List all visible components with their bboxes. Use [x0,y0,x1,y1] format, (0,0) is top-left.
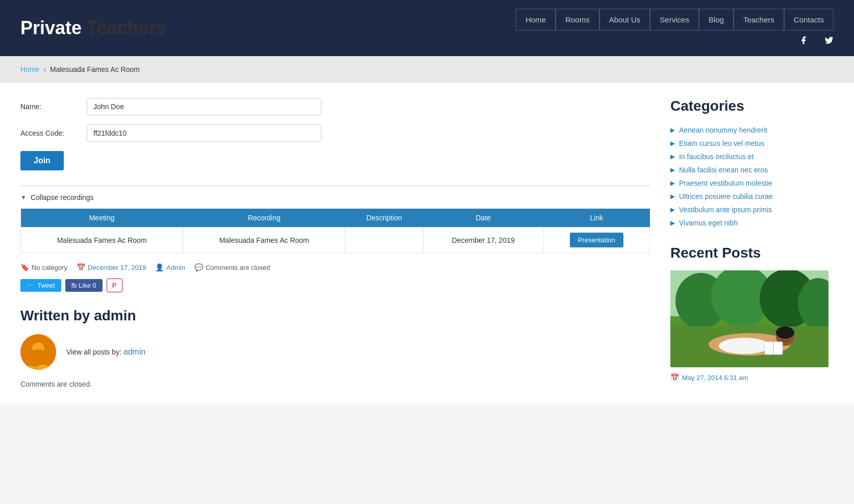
avatar-svg [20,334,56,370]
category-arrow-icon: ▶ [670,127,675,134]
list-item: ▶ Praesent vestibulum molestie [670,177,834,190]
category-link[interactable]: Ultrices posuere cubilia curae [679,192,773,200]
twitter-icon[interactable] [824,36,834,47]
breadcrumb-home-link[interactable]: Home [20,65,39,73]
list-item: ▶ Aenean nonummy hendrerit [670,123,834,137]
col-meeting: Meeting [21,209,183,228]
recent-calendar-icon: 📅 [670,373,679,382]
meta-date-text: December 17, 2019 [88,264,146,271]
pinterest-button[interactable]: P [107,279,122,292]
svg-point-0 [20,334,56,370]
access-code-label: Access Code: [20,129,87,137]
name-input[interactable] [87,98,321,115]
nav-rooms[interactable]: Rooms [556,9,599,31]
svg-point-2 [29,358,47,370]
recent-post-date-text: May 27, 2014 6:31 am [682,374,748,382]
tweet-button[interactable]: 🐦 Tweet [20,279,61,292]
recent-post-image [670,270,828,367]
comments-closed-bottom: Comments are closed. [20,380,650,388]
category-link[interactable]: In faucibus orciluctus et [679,153,753,161]
nav-services[interactable]: Services [650,9,699,31]
category-link[interactable]: Aenean nonummy hendrerit [679,126,767,134]
bookmark-icon: 🔖 [20,263,29,271]
table-row: Malesuada Fames Ac Room Malesuada Fames … [21,228,650,253]
name-label: Name: [20,103,87,111]
content-column: Name: Access Code: Join ▼ Collapse recor… [20,98,650,388]
category-link[interactable]: Vestibulum ante ipsum primis [679,206,772,214]
meta-author-text: Admin [166,264,185,271]
meta-category-text: No category [32,264,67,271]
category-link[interactable]: Vivamus eget nibh [679,219,738,227]
collapse-recordings-toggle[interactable]: ▼ Collapse recordings [20,193,650,201]
category-arrow-icon: ▶ [670,140,675,147]
calendar-icon: 📅 [77,263,85,271]
nav-contacts[interactable]: Contacts [784,9,834,31]
cell-meeting: Malesuada Fames Ac Room [21,228,183,253]
list-item: ▶ Nulla facilisi enean nec eros [670,163,834,177]
written-by-title: Written by admin [20,308,650,324]
list-item: ▶ Vestibulum ante ipsum primis [670,203,834,216]
header-right: Home Rooms About Us Services Blog Teache… [516,9,834,47]
table-body: Malesuada Fames Ac Room Malesuada Fames … [21,228,650,253]
breadcrumb-current-page: Malesuada Fames Ac Room [50,65,140,73]
col-date: Date [423,209,543,228]
svg-point-14 [719,338,770,354]
list-item: ▶ Ultrices posuere cubilia curae [670,190,834,203]
table-header-row: Meeting Recording Description Date Link [21,209,650,228]
cell-date: December 17, 2019 [423,228,543,253]
category-arrow-icon: ▶ [670,180,675,187]
col-description: Description [345,209,423,228]
categories-title: Categories [670,98,834,114]
sidebar: Categories ▶ Aenean nonummy hendrerit ▶ … [670,98,834,388]
author-row: View all posts by: admin [20,334,650,370]
nav-blog[interactable]: Blog [699,9,734,31]
list-item: ▶ Etiam cursus leo vel metus [670,137,834,150]
nav-home[interactable]: Home [516,9,556,31]
cell-recording: Malesuada Fames Ac Room [183,228,345,253]
list-item: ▶ In faucibus orciluctus et [670,150,834,163]
logo-accent: Teachers [87,17,166,38]
meta-author-item: 👤 Admin [155,263,185,271]
meta-comments-item: 💬 Comments are closed [194,263,270,271]
recent-post-date: 📅 May 27, 2014 6:31 am [670,373,834,382]
access-code-form-group: Access Code: [20,124,650,142]
cell-link: Presentation [543,228,649,253]
view-posts-link[interactable]: admin [123,347,146,356]
site-header: Private Teachers Home Rooms About Us Ser… [0,0,854,56]
breadcrumb-separator: › [43,65,46,73]
category-link[interactable]: Nulla facilisi enean nec eros [679,166,768,174]
table-head: Meeting Recording Description Date Link [21,209,650,228]
woman-reading-svg [670,270,828,367]
category-arrow-icon: ▶ [670,166,675,173]
presentation-button[interactable]: Presentation [570,233,623,247]
view-posts-container: View all posts by: admin [66,347,145,357]
collapse-arrow-icon: ▼ [20,194,27,201]
social-share-buttons: 🐦 Tweet fb Like 0 P [20,279,650,292]
nav-about[interactable]: About Us [599,9,650,31]
user-icon: 👤 [155,263,164,271]
main-content: Name: Access Code: Join ▼ Collapse recor… [0,83,854,404]
svg-point-1 [32,342,44,355]
svg-point-17 [776,326,794,339]
breadcrumb: Home › Malesuada Fames Ac Room [0,56,854,83]
join-button[interactable]: Join [20,151,64,170]
like-label: fb Like 0 [71,282,96,289]
logo-plain: Private [20,17,87,38]
facebook-like-button[interactable]: fb Like 0 [65,279,103,292]
col-recording: Recording [183,209,345,228]
category-link[interactable]: Etiam cursus leo vel metus [679,139,764,147]
nav-teachers[interactable]: Teachers [734,9,784,31]
name-form-group: Name: [20,98,650,115]
access-code-input[interactable] [87,124,321,142]
category-arrow-icon: ▶ [670,219,675,226]
view-posts-prefix: View all posts by: [66,348,123,356]
category-link[interactable]: Praesent vestibulum molestie [679,179,772,187]
col-link: Link [543,209,649,228]
category-arrow-icon: ▶ [670,206,675,213]
facebook-icon[interactable] [799,36,808,47]
meta-comments-text: Comments are closed [206,264,270,271]
meta-category: 🔖 No category [20,263,67,271]
meta-date-item: 📅 December 17, 2019 [77,263,146,271]
list-item: ▶ Vivamus eget nibh [670,216,834,230]
pinterest-icon: P [112,282,117,289]
